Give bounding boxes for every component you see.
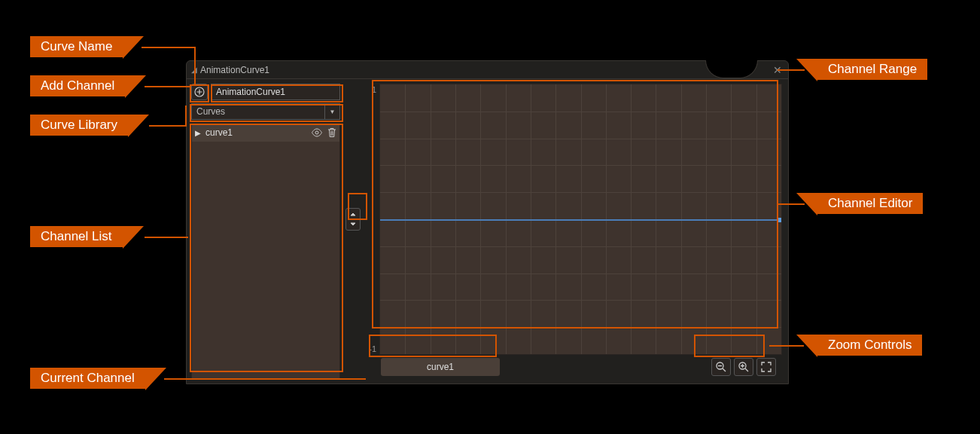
- chevron-down-icon[interactable]: ▼: [324, 104, 339, 119]
- label-curve-name: Curve Name: [30, 36, 123, 57]
- channel-item[interactable]: ▶ curve1: [192, 124, 339, 142]
- channel-list[interactable]: ▶ curve1: [191, 123, 340, 379]
- curve-editor-window: ◢ AnimationCurve1 ✕ Curves ▼ ▶ curve: [186, 60, 789, 384]
- label-channel-editor: Channel Editor: [817, 193, 923, 214]
- eye-icon[interactable]: [311, 128, 323, 137]
- y-max-label: 1: [372, 85, 376, 94]
- label-curve-library: Curve Library: [30, 115, 128, 136]
- label-channel-list: Channel List: [30, 226, 123, 247]
- current-channel-label: curve1: [427, 362, 454, 372]
- zoom-out-button[interactable]: [711, 358, 731, 376]
- label-channel-range: Channel Range: [817, 59, 927, 80]
- label-add-channel: Add Channel: [30, 75, 125, 96]
- channel-range-button[interactable]: [345, 208, 361, 231]
- titlebar-notch: [705, 60, 758, 78]
- plus-circle-icon: [194, 87, 205, 97]
- curve-library-dropdown[interactable]: Curves ▼: [191, 103, 340, 120]
- label-current-channel: Current Channel: [30, 368, 145, 389]
- label-zoom-controls: Zoom Controls: [817, 335, 922, 356]
- curve-line[interactable]: [380, 219, 781, 221]
- titlebar: ◢ AnimationCurve1 ✕: [187, 61, 788, 79]
- curve-keyframe[interactable]: [778, 218, 782, 222]
- y-axis-labels: 1 -1: [361, 84, 379, 355]
- add-channel-button[interactable]: [191, 84, 208, 100]
- fullscreen-icon: [760, 361, 772, 373]
- window-title: AnimationCurve1: [200, 65, 269, 75]
- zoom-in-button[interactable]: [734, 358, 753, 376]
- zoom-out-icon: [715, 361, 727, 373]
- svg-point-1: [315, 131, 318, 134]
- trash-icon[interactable]: [327, 127, 336, 138]
- expand-icon[interactable]: ▶: [195, 129, 201, 137]
- dropdown-selected: Curves: [196, 106, 225, 117]
- current-channel-button[interactable]: curve1: [381, 358, 500, 376]
- zoom-fit-button[interactable]: [756, 358, 776, 376]
- curve-name-input[interactable]: [211, 84, 340, 100]
- channel-editor-graph[interactable]: [379, 84, 782, 355]
- sidebar: Curves ▼ ▶ curve1: [187, 79, 345, 384]
- expand-vertical-icon: [348, 212, 358, 226]
- zoom-in-icon: [738, 361, 750, 373]
- y-min-label: -1: [369, 344, 376, 353]
- channel-item-label: curve1: [205, 127, 233, 138]
